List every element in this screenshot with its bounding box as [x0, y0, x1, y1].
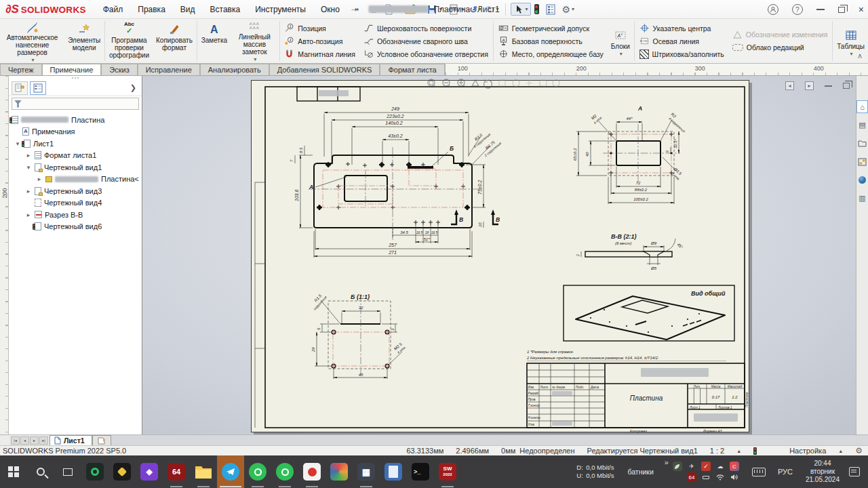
first-sheet-button[interactable]: |◂: [11, 436, 20, 445]
tab-sheet-format[interactable]: Формат листа: [380, 64, 444, 75]
tab-evaluate[interactable]: Анализировать: [200, 64, 269, 75]
select-tool-button[interactable]: ▾: [511, 3, 530, 16]
spell-check-button[interactable]: Abc✓ Программа проверки орфографии: [106, 19, 153, 63]
add-sheet-button[interactable]: [92, 435, 111, 445]
detail-view-b[interactable]: Б (1:1) 32 5: [309, 291, 407, 379]
weld-symbol-button[interactable]: Обозначение сварного шва: [359, 35, 492, 47]
tab-addins[interactable]: Добавления SOLIDWORKS: [269, 64, 380, 75]
tree-item-view6[interactable]: Чертежный вид6: [9, 221, 142, 233]
help-icon[interactable]: ?: [792, 4, 803, 15]
app-dark-yellow[interactable]: [108, 455, 136, 488]
scale-dropdown-icon[interactable]: ▲: [736, 449, 741, 453]
displaymanager-tab[interactable]: [30, 81, 46, 95]
auto-dimension-button[interactable]: Автоматическое нанесение размеров ▾: [0, 19, 64, 63]
app-whatsapp-2[interactable]: [271, 455, 298, 488]
tray-leaf-icon[interactable]: [673, 462, 682, 471]
settings-dropdown-icon[interactable]: ▲: [838, 449, 843, 453]
menu-tools[interactable]: Инструменты: [249, 2, 312, 17]
geometric-tolerance-button[interactable]: Геометрический допуск: [494, 22, 608, 35]
tree-item-view1[interactable]: ▾ Чертежный вид1: [9, 161, 142, 174]
tree-item-section-view[interactable]: ▸ Разрез В-В: [9, 209, 142, 221]
featuremanager-tab[interactable]: [12, 81, 28, 95]
blocks-button[interactable]: A° Блоки ▾: [608, 19, 633, 63]
app-aida64[interactable]: 64: [163, 455, 190, 488]
pin-icon[interactable]: 📌︎: [349, 3, 361, 15]
heads-up-view-toolbar[interactable]: [426, 78, 561, 92]
format-painter-button[interactable]: Копировать формат: [153, 19, 196, 63]
drawing-sheet[interactable]: .b{stroke:#111;stroke-width:2;fill:none;…: [251, 80, 749, 432]
sheet-tab-list1[interactable]: Лист1: [50, 435, 92, 445]
detail-view-a[interactable]: А 44* 72: [573, 105, 690, 204]
hatch-button[interactable]: Штриховка/заполнить: [635, 47, 728, 60]
linear-note-pattern-button[interactable]: AAAAAA Линейный массив заметок ▾: [231, 19, 278, 63]
status-settings[interactable]: Настройка: [789, 447, 826, 455]
app-green-ring[interactable]: [81, 455, 108, 488]
hole-callout-button[interactable]: Условное обозначение отверстия: [359, 47, 492, 60]
centerline-button[interactable]: Осевая линия: [635, 35, 728, 47]
panel-expand-icon[interactable]: ❯: [127, 83, 139, 92]
balloon-button[interactable]: 1 Позиция: [280, 22, 359, 35]
app-solidworks-2022[interactable]: SW2022: [434, 455, 461, 488]
menu-view[interactable]: Вид: [174, 2, 201, 17]
prev-sheet-button[interactable]: ◂: [20, 436, 29, 445]
graphics-area[interactable]: .b{stroke:#111;stroke-width:2;fill:none;…: [142, 76, 856, 434]
language-indicator[interactable]: РУС: [778, 468, 793, 476]
app-file-explorer[interactable]: [190, 455, 217, 488]
tree-item-root[interactable]: Пластина: [9, 114, 142, 126]
tray-volume-icon[interactable]: [730, 472, 739, 482]
app-red-white[interactable]: [298, 455, 326, 488]
start-button[interactable]: [0, 455, 27, 488]
surface-finish-button[interactable]: Шероховатость поверхности: [359, 22, 492, 35]
menu-insert[interactable]: Вставка: [204, 2, 247, 17]
tables-button[interactable]: Таблицы ▾: [833, 19, 868, 63]
next-sheet-button[interactable]: ▸: [30, 436, 39, 445]
tray-plane-icon[interactable]: ✈: [687, 462, 696, 471]
tab-annotation[interactable]: Примечание: [42, 64, 102, 75]
menu-edit[interactable]: Правка: [132, 2, 172, 17]
main-view[interactable]: 249 223±0.2 140±0.2 43±0.2 8.5 7 103: [290, 106, 502, 258]
ribbon-collapse-icon[interactable]: ∧: [857, 52, 863, 60]
general-view[interactable]: Вид общий: [564, 285, 734, 341]
taskbar-clock[interactable]: 20:44 вторник 21.05.2024: [806, 460, 840, 484]
auto-balloon-button[interactable]: 1 Авто-позиция: [280, 35, 359, 47]
taskpane-home-icon[interactable]: ⌂: [856, 100, 868, 113]
tab-drawing[interactable]: Чертеж: [0, 64, 42, 75]
task-view-button[interactable]: [54, 455, 81, 488]
tray-antivirus-icon[interactable]: ✓: [701, 462, 711, 471]
tree-item-sheet1[interactable]: ▾ Лист1: [9, 138, 142, 150]
file-properties-button[interactable]: [542, 2, 559, 17]
tree-item-view3[interactable]: ▸ Чертежный вид3: [9, 185, 142, 197]
tree-item-part[interactable]: ▸ Пластина<: [9, 174, 142, 186]
taskbar-search-button[interactable]: [27, 455, 54, 488]
note-button[interactable]: A Заметка: [198, 19, 231, 63]
revision-cloud-button[interactable]: Облако редакций: [728, 41, 832, 54]
tab-sketch[interactable]: Эскиз: [101, 64, 137, 75]
minimize-button[interactable]: [816, 9, 825, 10]
tree-item-sheet-format1[interactable]: ▸ Формат листа1: [9, 150, 142, 162]
status-tag-icon[interactable]: ⚙: [855, 446, 863, 455]
tray-overflow-chevron[interactable]: »: [665, 455, 669, 466]
touch-keyboard-icon[interactable]: [752, 468, 766, 476]
app-blue-notebook[interactable]: [380, 455, 407, 488]
prev-doc-icon[interactable]: ◂: [785, 81, 794, 90]
tree-filter-input[interactable]: [12, 98, 139, 110]
notification-center-icon[interactable]: [849, 467, 860, 476]
taskpane-resources-icon[interactable]: ▤: [856, 119, 868, 131]
status-scale[interactable]: 1 : 2: [710, 447, 724, 455]
tree-item-view4[interactable]: Чертежный вид4: [9, 197, 142, 209]
menu-file[interactable]: Файл: [97, 2, 130, 17]
close-button[interactable]: ×: [859, 4, 864, 15]
restore-button[interactable]: [838, 7, 845, 13]
app-calculator[interactable]: ▦: [353, 455, 380, 488]
taskbar-toolbar-label[interactable]: батники: [627, 468, 653, 476]
tab-markup[interactable]: Исправление: [138, 64, 200, 75]
tray-aida64-icon[interactable]: 64: [687, 472, 696, 482]
doc-restore-icon[interactable]: [843, 83, 850, 89]
tray-power-icon[interactable]: [701, 472, 711, 482]
doc-minimize-icon[interactable]: [825, 85, 832, 87]
tray-onedrive-icon[interactable]: ☁: [715, 462, 725, 471]
datum-feature-button[interactable]: A Базовая поверхность: [494, 35, 608, 47]
app-telegram[interactable]: [217, 455, 244, 488]
app-terminal[interactable]: >_: [407, 455, 434, 488]
app-whatsapp[interactable]: [244, 455, 271, 488]
